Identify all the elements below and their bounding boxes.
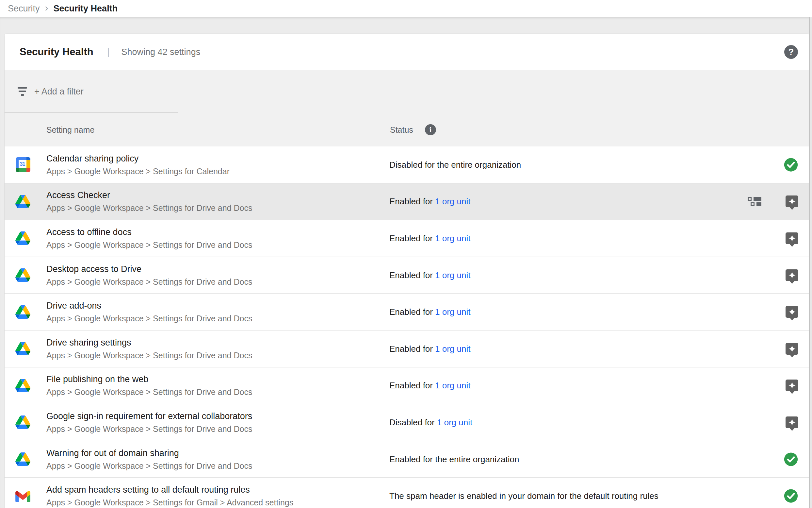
setting-path: Apps > Google Workspace > Settings for C… [46,166,230,176]
org-unit-link[interactable]: 1 org unit [435,344,470,353]
setting-row[interactable]: Desktop access to Drive Apps > Google Wo… [5,257,809,294]
column-header-setting-name: Setting name [46,125,94,134]
recommendation-badge-icon[interactable] [785,232,798,244]
setting-name: Drive add-ons [46,301,252,311]
filter-section: + Add a filter [5,70,809,113]
filter-list-icon[interactable] [16,85,29,98]
recommendation-badge-icon[interactable] [785,343,798,355]
column-header-status: Status [390,125,413,134]
setting-row[interactable]: Add spam headers setting to all default … [5,478,809,508]
setting-row[interactable]: Drive add-ons Apps > Google Workspace > … [5,294,809,331]
google-drive-icon [15,195,30,208]
setting-status: Disabled for the entire organization [389,160,521,170]
setting-row[interactable]: 31 Calendar sharing policy Apps > Google… [5,146,809,183]
setting-status: Enabled for1 org unit [389,233,470,243]
scrollbar-gutter[interactable] [809,17,812,508]
status-text: Disabled for the entire organization [389,160,521,169]
recommendation-badge-icon[interactable] [785,196,798,207]
breadcrumb-chevron-icon: › [45,3,48,13]
recommendation-badge-icon[interactable] [785,306,798,318]
status-text: The spam header is enabled in your domai… [389,491,659,501]
setting-path: Apps > Google Workspace > Settings for G… [46,498,293,507]
setting-row[interactable]: Google sign-in requirement for external … [5,404,809,441]
status-ok-icon [783,157,798,172]
status-ok-icon [783,489,798,503]
page-background: Security Health | Showing 42 settings ? … [0,17,812,508]
setting-status: Disabled for1 org unit [389,417,472,427]
setting-path: Apps > Google Workspace > Settings for D… [46,387,252,397]
org-unit-link[interactable]: 1 org unit [435,307,470,317]
page-title: Security Health [19,46,93,58]
gmail-icon [15,490,30,502]
settings-list: 31 Calendar sharing policy Apps > Google… [5,146,809,508]
setting-status: The spam header is enabled in your domai… [389,491,659,501]
setting-path: Apps > Google Workspace > Settings for D… [46,314,252,323]
title-separator: | [107,46,110,57]
google-drive-icon [15,379,30,392]
setting-name: Access Checker [46,190,252,200]
setting-name: Drive sharing settings [46,337,252,347]
setting-name: File publishing on the web [46,374,252,384]
table-header: Setting name Status i [5,113,809,146]
setting-name: Desktop access to Drive [46,264,252,274]
rules-icon[interactable] [748,197,761,206]
setting-name: Access to offline docs [46,227,252,237]
add-filter-button[interactable]: + Add a filter [34,87,84,97]
setting-status: Enabled for1 org unit [389,307,470,317]
setting-name: Warning for out of domain sharing [46,448,252,458]
setting-path: Apps > Google Workspace > Settings for D… [46,461,252,470]
org-unit-link[interactable]: 1 org unit [435,197,470,206]
google-drive-icon [15,268,30,282]
breadcrumb-current: Security Health [54,4,118,14]
setting-name: Google sign-in requirement for external … [46,411,252,421]
card-header: Security Health | Showing 42 settings ? [5,34,809,70]
setting-status: Enabled for1 org unit [389,197,470,207]
setting-row[interactable]: Drive sharing settings Apps > Google Wor… [5,331,809,368]
status-text: Disabled for [389,417,435,427]
org-unit-link[interactable]: 1 org unit [437,417,472,427]
google-drive-icon [15,453,30,466]
status-text: Enabled for [389,233,433,243]
org-unit-link[interactable]: 1 org unit [435,270,470,280]
setting-status: Enabled for1 org unit [389,270,470,280]
setting-name: Add spam headers setting to all default … [46,485,293,495]
status-text: Enabled for [389,197,433,206]
setting-path: Apps > Google Workspace > Settings for D… [46,424,252,434]
status-text: Enabled for [389,270,433,280]
google-drive-icon [15,416,30,429]
recommendation-badge-icon[interactable] [785,380,798,391]
setting-name: Calendar sharing policy [46,153,230,163]
setting-path: Apps > Google Workspace > Settings for D… [46,203,252,213]
google-calendar-icon: 31 [16,157,30,172]
setting-row[interactable]: File publishing on the web Apps > Google… [5,368,809,405]
help-icon[interactable]: ? [784,45,798,59]
google-drive-icon [15,342,30,355]
breadcrumb-parent-link[interactable]: Security [8,4,40,14]
google-drive-icon [15,305,30,319]
setting-row[interactable]: Access Checker Apps > Google Workspace >… [5,183,809,220]
recommendation-badge-icon[interactable] [785,269,798,281]
status-text: Enabled for the entire organization [389,454,519,464]
breadcrumb: Security › Security Health [0,0,812,17]
setting-path: Apps > Google Workspace > Settings for D… [46,277,252,286]
setting-row[interactable]: Access to offline docs Apps > Google Wor… [5,220,809,257]
status-text: Enabled for [389,381,433,390]
status-text: Enabled for [389,307,433,317]
status-ok-icon [783,452,798,466]
setting-row[interactable]: Warning for out of domain sharing Apps >… [5,441,809,478]
setting-status: Enabled for the entire organization [389,454,519,464]
status-text: Enabled for [389,344,433,353]
org-unit-link[interactable]: 1 org unit [435,233,470,243]
setting-status: Enabled for1 org unit [389,344,470,354]
security-health-card: Security Health | Showing 42 settings ? … [5,34,809,508]
status-info-icon[interactable]: i [425,124,436,135]
setting-path: Apps > Google Workspace > Settings for D… [46,240,252,250]
setting-status: Enabled for1 org unit [389,381,470,391]
google-drive-icon [15,231,30,245]
recommendation-badge-icon[interactable] [785,417,798,428]
org-unit-link[interactable]: 1 org unit [435,381,470,390]
setting-path: Apps > Google Workspace > Settings for D… [46,350,252,360]
settings-count-label: Showing 42 settings [122,47,200,57]
